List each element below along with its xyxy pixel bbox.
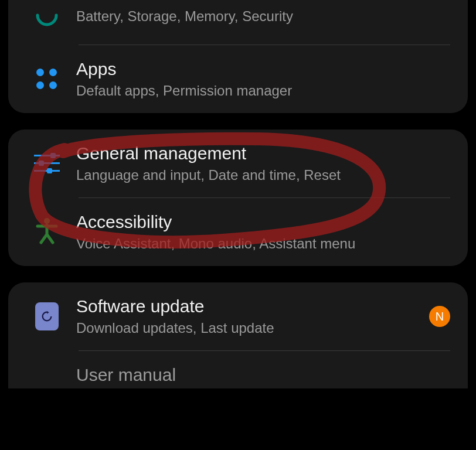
item-text: General management Language and input, D…: [76, 144, 450, 183]
item-title: General management: [76, 144, 450, 163]
item-text: Software update Download updates, Last u…: [76, 296, 422, 336]
settings-item-general-management[interactable]: General management Language and input, D…: [8, 129, 468, 197]
settings-item-software-update[interactable]: Software update Download updates, Last u…: [8, 282, 468, 350]
svg-point-0: [44, 218, 50, 224]
sliders-icon: [18, 154, 76, 173]
item-title: Software update: [76, 296, 422, 316]
item-title: User manual: [76, 365, 450, 385]
item-subtitle: Voice Assistant, Mono audio, Assistant m…: [76, 236, 450, 252]
accessibility-icon: [18, 217, 76, 247]
item-subtitle: Download updates, Last update: [76, 320, 422, 336]
settings-item-apps[interactable]: Apps Default apps, Permission manager: [8, 45, 468, 113]
item-title: Apps: [76, 59, 450, 79]
item-text: Apps Default apps, Permission manager: [76, 59, 450, 99]
device-care-icon: [18, 2, 76, 30]
update-icon: [18, 302, 76, 330]
notification-badge: N: [429, 306, 450, 327]
apps-icon: [18, 69, 76, 90]
settings-item-device-care[interactable]: Battery, Storage, Memory, Security: [8, 0, 468, 45]
settings-item-user-manual[interactable]: User manual: [8, 351, 468, 388]
item-subtitle: Language and input, Date and time, Reset: [76, 167, 450, 183]
item-text: User manual: [76, 365, 450, 388]
item-text: Accessibility Voice Assistant, Mono audi…: [76, 212, 450, 252]
item-title: Accessibility: [76, 212, 450, 232]
settings-item-accessibility[interactable]: Accessibility Voice Assistant, Mono audi…: [8, 198, 468, 266]
item-text: Battery, Storage, Memory, Security: [76, 8, 450, 25]
item-subtitle: Default apps, Permission manager: [76, 83, 450, 99]
item-subtitle: Battery, Storage, Memory, Security: [76, 8, 450, 25]
